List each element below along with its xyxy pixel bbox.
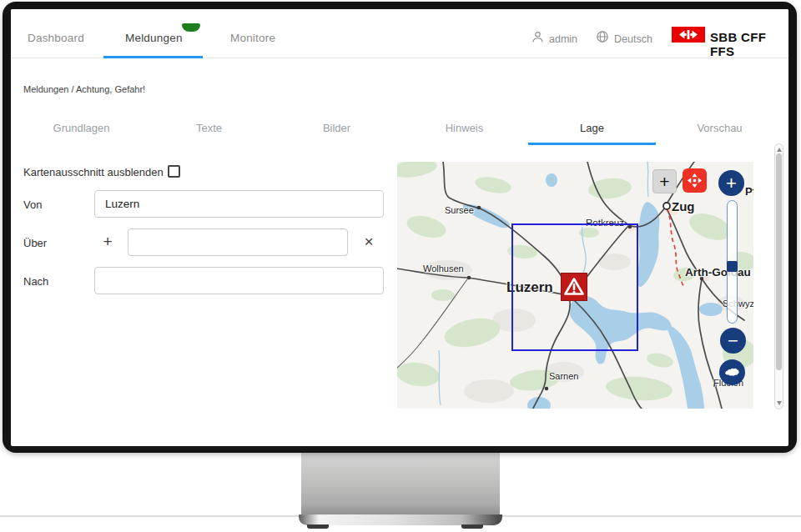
- scroll-up-icon[interactable]: [777, 148, 782, 152]
- pan-move-button[interactable]: [683, 168, 707, 193]
- monitor-stand: [301, 453, 500, 516]
- map-label-sarnen: Sarnen: [549, 371, 578, 381]
- brand-text: SBB CFF FFS: [710, 30, 788, 58]
- user-icon: [531, 31, 544, 43]
- switzerland-extent-button[interactable]: [719, 359, 745, 385]
- nav-item-meldungen[interactable]: Meldungen: [125, 32, 183, 44]
- tab-vorschau[interactable]: Vorschau: [656, 118, 783, 145]
- nav-item-monitore[interactable]: Monitore: [230, 32, 275, 44]
- screen: Dashboard Meldungen Monitore admin Deuts…: [11, 9, 788, 446]
- tab-texte[interactable]: Texte: [145, 118, 273, 145]
- notification-badge-icon: [182, 23, 200, 32]
- warning-triangle-marker[interactable]: [561, 273, 587, 301]
- tab-bilder[interactable]: Bilder: [273, 118, 400, 145]
- language-selector[interactable]: Deutsch: [614, 33, 652, 45]
- clear-via-button[interactable]: ×: [360, 233, 377, 250]
- map-label-wolhusen: Wolhusen: [423, 263, 464, 274]
- pan-move-icon: [688, 173, 702, 188]
- ueber-input[interactable]: [128, 228, 348, 256]
- user-name[interactable]: admin: [549, 33, 577, 45]
- map-canvas[interactable]: Sursee Wolhusen Rotkreuz Zug Pf Luzern A…: [397, 162, 753, 409]
- active-tab-underline: [528, 143, 656, 145]
- globe-icon: [596, 30, 609, 43]
- active-nav-underline: [103, 56, 203, 58]
- tab-lage[interactable]: Lage: [528, 118, 656, 145]
- nach-input[interactable]: [94, 267, 384, 294]
- zoom-slider[interactable]: [727, 200, 738, 324]
- zoom-slider-handle[interactable]: [727, 261, 738, 272]
- zoom-out-button[interactable]: −: [720, 328, 746, 354]
- nach-label: Nach: [23, 275, 48, 288]
- von-label: Von: [23, 198, 42, 211]
- nav-item-dashboard[interactable]: Dashboard: [28, 32, 84, 44]
- von-input[interactable]: [94, 190, 384, 218]
- monitor-foot-right: [461, 524, 483, 529]
- content-scrollbar[interactable]: [774, 143, 783, 409]
- hide-map-label: Kartenausschnitt ausblenden: [23, 166, 164, 178]
- map-label-zug: Zug: [672, 199, 695, 213]
- page: Dashboard Meldungen Monitore admin Deuts…: [0, 0, 801, 532]
- tab-hinweis[interactable]: Hinweis: [400, 118, 528, 145]
- map-label-sursee: Sursee: [445, 205, 474, 215]
- sbb-logo-icon: [672, 27, 705, 43]
- ueber-label: Über: [23, 237, 47, 249]
- add-via-button[interactable]: +: [99, 233, 116, 250]
- map-label-pfaeffikon-clipped: Pf: [745, 185, 753, 198]
- hide-map-checkbox[interactable]: [168, 165, 180, 178]
- scrollbar-thumb[interactable]: [776, 153, 782, 370]
- monitor-foot-left: [307, 524, 329, 529]
- tab-grundlagen[interactable]: Grundlagen: [18, 118, 145, 145]
- map-expand-button[interactable]: +: [652, 169, 677, 193]
- monitor-bezel: Dashboard Meldungen Monitore admin Deuts…: [3, 2, 797, 453]
- scroll-down-icon[interactable]: [777, 401, 782, 405]
- top-navbar: Dashboard Meldungen Monitore admin Deuts…: [11, 9, 788, 58]
- tab-bar: Grundlagen Texte Bilder Hinweis Lage Vor…: [18, 118, 783, 145]
- zoom-in-button[interactable]: +: [718, 170, 744, 196]
- map-label-arth-goldau: Arth-Goldau: [685, 266, 751, 279]
- switzerland-extent-icon: [724, 367, 740, 378]
- breadcrumb: Meldungen / Achtung, Gefahr!: [23, 84, 145, 94]
